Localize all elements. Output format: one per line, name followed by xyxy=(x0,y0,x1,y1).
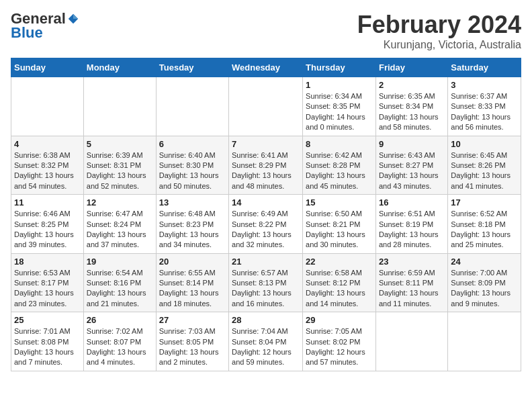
day-info: Sunrise: 7:04 AMSunset: 8:04 PMDaylight:… xyxy=(232,327,292,366)
day-number: 3 xyxy=(451,80,518,90)
calendar-cell xyxy=(156,77,228,136)
calendar-cell: 5 Sunrise: 6:39 AMSunset: 8:31 PMDayligh… xyxy=(83,136,156,195)
day-number: 26 xyxy=(87,315,153,325)
calendar-week-row: 25 Sunrise: 7:01 AMSunset: 8:08 PMDaylig… xyxy=(11,312,521,371)
day-info: Sunrise: 7:00 AMSunset: 8:09 PMDaylight:… xyxy=(451,269,511,308)
day-number: 28 xyxy=(232,315,300,325)
calendar-cell: 3 Sunrise: 6:37 AMSunset: 8:33 PMDayligh… xyxy=(448,77,521,136)
day-number: 4 xyxy=(14,139,81,149)
day-number: 9 xyxy=(379,139,445,149)
logo: General Blue xyxy=(11,11,79,42)
day-number: 14 xyxy=(232,197,300,208)
weekday-header: Thursday xyxy=(303,58,376,77)
day-info: Sunrise: 7:01 AMSunset: 8:08 PMDaylight:… xyxy=(14,327,74,366)
day-info: Sunrise: 6:59 AMSunset: 8:11 PMDaylight:… xyxy=(379,269,439,308)
day-info: Sunrise: 6:53 AMSunset: 8:17 PMDaylight:… xyxy=(14,269,74,308)
calendar-cell: 2 Sunrise: 6:35 AMSunset: 8:34 PMDayligh… xyxy=(375,77,447,136)
calendar-cell: 10 Sunrise: 6:45 AMSunset: 8:26 PMDaylig… xyxy=(448,136,521,195)
day-info: Sunrise: 6:52 AMSunset: 8:18 PMDaylight:… xyxy=(451,210,511,248)
day-number: 23 xyxy=(379,257,445,267)
day-info: Sunrise: 6:58 AMSunset: 8:12 PMDaylight:… xyxy=(306,269,365,308)
weekday-header: Monday xyxy=(83,58,156,77)
day-number: 20 xyxy=(159,257,226,267)
day-info: Sunrise: 6:45 AMSunset: 8:26 PMDaylight:… xyxy=(451,151,511,190)
page-header: General Blue February 2024 Kurunjang, Vi… xyxy=(11,11,521,51)
calendar-cell: 24 Sunrise: 7:00 AMSunset: 8:09 PMDaylig… xyxy=(448,253,521,312)
day-info: Sunrise: 6:37 AMSunset: 8:33 PMDaylight:… xyxy=(451,92,511,131)
calendar-cell: 25 Sunrise: 7:01 AMSunset: 8:08 PMDaylig… xyxy=(11,312,84,371)
calendar-cell: 23 Sunrise: 6:59 AMSunset: 8:11 PMDaylig… xyxy=(375,253,447,312)
day-number: 12 xyxy=(87,197,153,208)
day-info: Sunrise: 6:40 AMSunset: 8:30 PMDaylight:… xyxy=(159,151,219,190)
day-number: 15 xyxy=(306,197,373,208)
day-number: 2 xyxy=(379,80,445,90)
day-info: Sunrise: 6:50 AMSunset: 8:21 PMDaylight:… xyxy=(306,210,365,248)
calendar-cell xyxy=(448,312,521,371)
weekday-header: Wednesday xyxy=(229,58,303,77)
day-info: Sunrise: 6:38 AMSunset: 8:32 PMDaylight:… xyxy=(14,151,74,190)
calendar-week-row: 1 Sunrise: 6:34 AMSunset: 8:35 PMDayligh… xyxy=(11,77,521,136)
day-info: Sunrise: 6:46 AMSunset: 8:25 PMDaylight:… xyxy=(14,210,74,248)
calendar-table: SundayMondayTuesdayWednesdayThursdayFrid… xyxy=(11,58,521,371)
calendar-cell: 15 Sunrise: 6:50 AMSunset: 8:21 PMDaylig… xyxy=(303,195,376,254)
calendar-cell: 27 Sunrise: 7:03 AMSunset: 8:05 PMDaylig… xyxy=(156,312,228,371)
day-number: 19 xyxy=(87,257,153,267)
calendar-cell: 14 Sunrise: 6:49 AMSunset: 8:22 PMDaylig… xyxy=(229,195,303,254)
day-number: 11 xyxy=(14,197,81,208)
day-number: 7 xyxy=(232,139,300,149)
day-info: Sunrise: 6:34 AMSunset: 8:35 PMDaylight:… xyxy=(306,92,365,131)
day-number: 17 xyxy=(451,197,518,208)
logo-icon xyxy=(67,13,79,25)
header-row: SundayMondayTuesdayWednesdayThursdayFrid… xyxy=(11,58,521,77)
day-info: Sunrise: 6:49 AMSunset: 8:22 PMDaylight:… xyxy=(232,210,292,248)
calendar-cell: 9 Sunrise: 6:43 AMSunset: 8:27 PMDayligh… xyxy=(375,136,447,195)
calendar-cell: 22 Sunrise: 6:58 AMSunset: 8:12 PMDaylig… xyxy=(303,253,376,312)
calendar-cell xyxy=(375,312,447,371)
weekday-header: Saturday xyxy=(448,58,521,77)
day-info: Sunrise: 6:54 AMSunset: 8:16 PMDaylight:… xyxy=(87,269,146,308)
calendar-cell: 29 Sunrise: 7:05 AMSunset: 8:02 PMDaylig… xyxy=(303,312,376,371)
weekday-header: Friday xyxy=(375,58,447,77)
main-title: February 2024 xyxy=(357,11,521,39)
weekday-header: Sunday xyxy=(11,58,84,77)
day-info: Sunrise: 6:42 AMSunset: 8:28 PMDaylight:… xyxy=(306,151,365,190)
day-number: 18 xyxy=(14,257,81,267)
day-info: Sunrise: 7:03 AMSunset: 8:05 PMDaylight:… xyxy=(159,327,219,366)
day-info: Sunrise: 6:39 AMSunset: 8:31 PMDaylight:… xyxy=(87,151,146,190)
calendar-cell: 16 Sunrise: 6:51 AMSunset: 8:19 PMDaylig… xyxy=(375,195,447,254)
calendar-cell: 13 Sunrise: 6:48 AMSunset: 8:23 PMDaylig… xyxy=(156,195,228,254)
day-info: Sunrise: 6:41 AMSunset: 8:29 PMDaylight:… xyxy=(232,151,292,190)
calendar-week-row: 11 Sunrise: 6:46 AMSunset: 8:25 PMDaylig… xyxy=(11,195,521,254)
calendar-cell: 18 Sunrise: 6:53 AMSunset: 8:17 PMDaylig… xyxy=(11,253,84,312)
day-number: 16 xyxy=(379,197,445,208)
calendar-week-row: 18 Sunrise: 6:53 AMSunset: 8:17 PMDaylig… xyxy=(11,253,521,312)
day-info: Sunrise: 6:57 AMSunset: 8:13 PMDaylight:… xyxy=(232,269,292,308)
day-number: 1 xyxy=(306,80,373,90)
calendar-cell: 28 Sunrise: 7:04 AMSunset: 8:04 PMDaylig… xyxy=(229,312,303,371)
calendar-cell: 8 Sunrise: 6:42 AMSunset: 8:28 PMDayligh… xyxy=(303,136,376,195)
calendar-cell xyxy=(11,77,84,136)
day-info: Sunrise: 6:43 AMSunset: 8:27 PMDaylight:… xyxy=(379,151,439,190)
day-info: Sunrise: 6:55 AMSunset: 8:14 PMDaylight:… xyxy=(159,269,219,308)
calendar-cell xyxy=(83,77,156,136)
day-info: Sunrise: 6:47 AMSunset: 8:24 PMDaylight:… xyxy=(87,210,146,248)
calendar-cell: 6 Sunrise: 6:40 AMSunset: 8:30 PMDayligh… xyxy=(156,136,228,195)
weekday-header: Tuesday xyxy=(156,58,228,77)
day-number: 27 xyxy=(159,315,226,325)
day-info: Sunrise: 7:02 AMSunset: 8:07 PMDaylight:… xyxy=(87,327,146,366)
subtitle: Kurunjang, Victoria, Australia xyxy=(357,39,521,51)
day-info: Sunrise: 6:51 AMSunset: 8:19 PMDaylight:… xyxy=(379,210,439,248)
day-number: 6 xyxy=(159,139,226,149)
day-number: 29 xyxy=(306,315,373,325)
calendar-cell: 20 Sunrise: 6:55 AMSunset: 8:14 PMDaylig… xyxy=(156,253,228,312)
title-block: February 2024 Kurunjang, Victoria, Austr… xyxy=(357,11,521,51)
day-number: 25 xyxy=(14,315,81,325)
calendar-cell: 1 Sunrise: 6:34 AMSunset: 8:35 PMDayligh… xyxy=(303,77,376,136)
calendar-cell: 21 Sunrise: 6:57 AMSunset: 8:13 PMDaylig… xyxy=(229,253,303,312)
day-info: Sunrise: 6:48 AMSunset: 8:23 PMDaylight:… xyxy=(159,210,219,248)
day-number: 8 xyxy=(306,139,373,149)
day-number: 21 xyxy=(232,257,300,267)
day-number: 22 xyxy=(306,257,373,267)
day-info: Sunrise: 6:35 AMSunset: 8:34 PMDaylight:… xyxy=(379,92,439,131)
calendar-cell: 7 Sunrise: 6:41 AMSunset: 8:29 PMDayligh… xyxy=(229,136,303,195)
